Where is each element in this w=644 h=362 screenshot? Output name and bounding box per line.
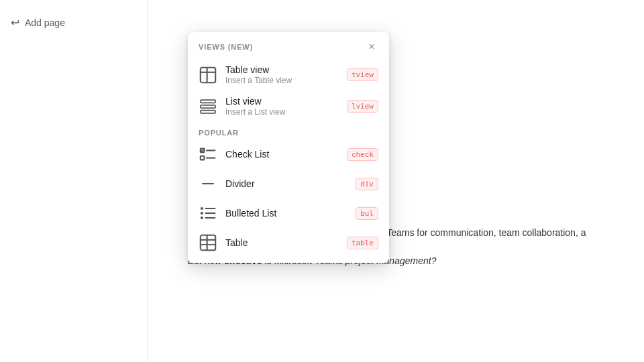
list-view-desc: Insert a List view [225, 107, 339, 117]
table-view-item[interactable]: Table view Insert a Table view tview [188, 59, 389, 90]
popular-section-title: POPULAR [188, 122, 389, 139]
divider-content: Divider [225, 178, 347, 189]
add-page-label: Add page [25, 17, 65, 28]
views-dropdown: VIEWS (NEW) × Table view Insert a Table … [188, 32, 389, 263]
table-label: Table [225, 237, 339, 248]
dropdown-close-button[interactable]: × [365, 40, 378, 54]
bulleted-list-shortcut: bul [356, 207, 378, 220]
divider-label: Divider [225, 178, 347, 189]
table-view-desc: Insert a Table view [225, 76, 339, 85]
table-view-content: Table view Insert a Table view [225, 64, 339, 85]
bulleted-list-label: Bulleted List [225, 208, 347, 219]
dropdown-title: VIEWS (NEW) [199, 43, 253, 51]
table-item[interactable]: Table table [188, 228, 389, 257]
divider-icon [199, 174, 217, 193]
table-view-icon [199, 66, 217, 84]
list-view-label: List view [225, 96, 339, 107]
svg-rect-3 [201, 100, 215, 103]
list-view-content: List view Insert a List view [225, 96, 339, 117]
svg-rect-4 [201, 105, 215, 107]
divider-item[interactable]: Divider div [188, 169, 389, 198]
svg-point-10 [201, 207, 203, 210]
list-view-item[interactable]: List view Insert a List view lview [188, 90, 389, 122]
checklist-item[interactable]: Check List check [188, 139, 389, 169]
table-shortcut: table [347, 237, 378, 249]
divider-icon-line [202, 183, 214, 184]
table-view-label: Table view [225, 64, 339, 75]
add-page-button[interactable]: ↩ Add page [0, 11, 147, 34]
svg-point-14 [201, 217, 203, 219]
bulleted-list-content: Bulleted List [225, 208, 347, 219]
svg-rect-8 [201, 156, 205, 160]
list-view-shortcut: lview [347, 100, 378, 113]
bulleted-list-icon [199, 204, 217, 223]
svg-point-12 [201, 212, 203, 215]
svg-rect-5 [201, 110, 215, 113]
checklist-icon [199, 145, 217, 164]
sidebar: ↩ Add page [0, 0, 148, 362]
table-view-shortcut: tview [347, 68, 378, 81]
checklist-content: Check List [225, 149, 339, 160]
checklist-label: Check List [225, 149, 339, 160]
checklist-shortcut: check [347, 148, 378, 161]
add-page-icon: ↩ [11, 16, 19, 29]
bulleted-list-item[interactable]: Bulleted List bul [188, 198, 389, 228]
table-content: Table [225, 237, 339, 248]
divider-shortcut: div [356, 178, 378, 190]
dropdown-header: VIEWS (NEW) × [188, 32, 389, 59]
list-view-icon [199, 97, 217, 116]
table-icon [199, 233, 217, 252]
svg-rect-16 [201, 235, 215, 250]
svg-rect-0 [201, 67, 215, 82]
